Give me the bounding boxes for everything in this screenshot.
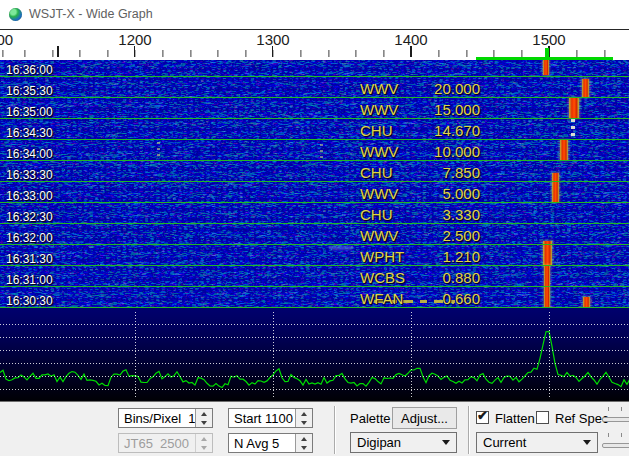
palette-combobox[interactable]: Digipan bbox=[350, 432, 457, 453]
time-label: 16:36:00 bbox=[6, 64, 53, 76]
spin-down-icon[interactable] bbox=[296, 418, 312, 427]
wsjtx-globe-icon bbox=[9, 8, 22, 21]
chevron-down-icon bbox=[436, 440, 456, 445]
period-separator bbox=[0, 202, 629, 203]
slider-tick bbox=[608, 407, 609, 411]
gridline-horizontal bbox=[0, 376, 629, 377]
period-separator bbox=[0, 244, 629, 245]
time-label: 16:32:30 bbox=[6, 211, 53, 223]
station-label: WPHT1.210 bbox=[360, 250, 480, 264]
checkmark-icon: ✔ bbox=[477, 408, 488, 423]
spin-down-icon bbox=[196, 443, 212, 452]
time-label: 16:33:30 bbox=[6, 169, 53, 181]
chevron-down-icon bbox=[577, 440, 597, 445]
signal-trace-faint bbox=[320, 144, 323, 159]
jt65-jt9-split-spinbox: JT65 2500 JT9 bbox=[118, 433, 213, 453]
spin-up-icon[interactable] bbox=[296, 409, 312, 418]
gridline-horizontal bbox=[0, 363, 629, 364]
frequency-scale[interactable]: 1100 1200 1300 1400 1500 bbox=[0, 29, 629, 60]
zero-slider[interactable] bbox=[602, 443, 629, 448]
station-label: WWV20.000 bbox=[360, 82, 480, 96]
station-label: WFAN0.660 bbox=[360, 292, 480, 306]
station-label: WWV2.500 bbox=[360, 229, 480, 243]
gridline-horizontal bbox=[0, 389, 629, 390]
time-label: 16:32:00 bbox=[6, 232, 53, 244]
station-label: CHU3.330 bbox=[360, 208, 480, 222]
ref-spec-label: Ref Spec bbox=[555, 411, 608, 426]
period-separator bbox=[0, 181, 629, 182]
period-separator bbox=[0, 160, 629, 161]
slider-tick bbox=[621, 433, 622, 437]
time-label: 16:35:30 bbox=[6, 85, 53, 97]
period-separator bbox=[0, 307, 629, 308]
time-label: 16:34:30 bbox=[6, 127, 53, 139]
group-separator bbox=[468, 406, 469, 454]
gridline-horizontal bbox=[0, 337, 629, 338]
signal-trace-faint bbox=[157, 142, 160, 159]
signal-stripe bbox=[582, 79, 589, 97]
group-separator bbox=[334, 406, 335, 454]
signal-stripe bbox=[552, 173, 559, 202]
spin-down-icon[interactable] bbox=[296, 443, 312, 452]
time-label: 16:35:00 bbox=[6, 106, 53, 118]
period-separator bbox=[0, 118, 629, 119]
gridline-horizontal bbox=[0, 324, 629, 325]
spin-up-icon[interactable] bbox=[296, 434, 312, 443]
ref-spec-checkbox[interactable] bbox=[536, 411, 549, 424]
period-separator bbox=[0, 139, 629, 140]
signal-stripe bbox=[560, 140, 568, 160]
scale-tick-marks bbox=[0, 46, 629, 57]
station-label: WWV5.000 bbox=[360, 187, 480, 201]
slider-tick bbox=[621, 407, 622, 411]
flatten-checkbox[interactable]: ✔ bbox=[476, 411, 489, 424]
time-label: 16:34:00 bbox=[6, 148, 53, 160]
time-label: 16:30:30 bbox=[6, 295, 53, 307]
spin-up-icon bbox=[196, 434, 212, 443]
n-avg-spinbox[interactable]: N Avg 5 bbox=[228, 433, 313, 453]
title-bar[interactable]: WSJT-X - Wide Graph bbox=[0, 0, 629, 29]
rx-frequency-marker bbox=[545, 48, 549, 60]
spin-down-icon[interactable] bbox=[196, 418, 212, 427]
station-label: CHU14.670 bbox=[360, 124, 480, 138]
gridline-horizontal bbox=[0, 350, 629, 351]
wide-graph-window: WSJT-X - Wide Graph 1100 1200 1300 1400 … bbox=[0, 0, 629, 456]
palette-adjust-button[interactable]: Adjust... bbox=[392, 407, 457, 429]
spectrum-trace bbox=[0, 308, 629, 401]
waterfall-display[interactable]: 16:36:00 16:35:30 16:35:00 16:34:30 16:3… bbox=[0, 60, 629, 308]
spin-up-icon[interactable] bbox=[196, 409, 212, 418]
start-frequency-spinbox[interactable]: Start 1100 Hz bbox=[228, 408, 313, 428]
noise-smudge bbox=[330, 246, 352, 250]
period-separator bbox=[0, 265, 629, 266]
time-label: 16:31:30 bbox=[6, 253, 53, 265]
period-separator bbox=[0, 223, 629, 224]
gain-slider[interactable] bbox=[602, 417, 629, 422]
station-label: CHU7.850 bbox=[360, 166, 480, 180]
signal-stripe bbox=[569, 98, 579, 118]
station-label: WWV10.000 bbox=[360, 145, 480, 159]
spectrum-display-combobox[interactable]: Current bbox=[476, 432, 598, 453]
station-label: WCBS0.880 bbox=[360, 271, 480, 285]
signal-stripe-weak bbox=[571, 119, 575, 139]
period-separator bbox=[0, 97, 629, 98]
signal-stripe bbox=[543, 60, 549, 75]
time-label: 16:31:00 bbox=[6, 274, 53, 286]
time-label: 16:33:00 bbox=[6, 190, 53, 202]
gridline-vertical bbox=[549, 312, 550, 398]
period-separator bbox=[0, 76, 629, 77]
gridline-vertical bbox=[411, 312, 412, 398]
flatten-label: Flatten bbox=[495, 411, 535, 426]
station-label: WWV15.000 bbox=[360, 103, 480, 117]
window-title: WSJT-X - Wide Graph bbox=[29, 7, 153, 21]
control-panel: Bins/Pixel 1 Start 1100 Hz JT65 2500 JT9… bbox=[0, 401, 629, 456]
gridline-vertical bbox=[135, 312, 136, 398]
bins-per-pixel-spinbox[interactable]: Bins/Pixel 1 bbox=[118, 408, 213, 428]
gridline-vertical bbox=[273, 312, 274, 398]
period-separator bbox=[0, 286, 629, 287]
slider-tick bbox=[608, 433, 609, 437]
spectrum-plot[interactable] bbox=[0, 308, 629, 401]
palette-label: Palette bbox=[350, 411, 390, 426]
